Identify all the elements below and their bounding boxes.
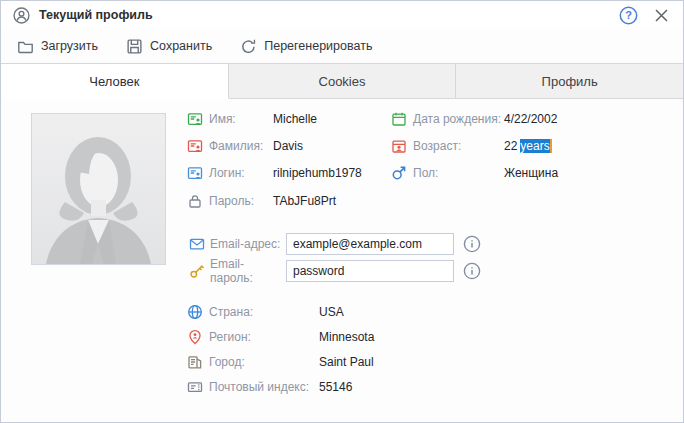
field-age: Возраст: 22years <box>391 136 552 156</box>
birthdate-value: 4/22/2002 <box>504 112 557 126</box>
lock-icon <box>187 193 203 209</box>
tab-cookies[interactable]: Cookies <box>229 64 457 99</box>
age-value[interactable]: 22years <box>504 139 552 153</box>
toolbar: Загрузить Сохранить Перегенерировать <box>1 29 683 63</box>
close-icon[interactable] <box>654 8 669 23</box>
postal-code-value: 55146 <box>319 380 352 394</box>
postal-index-icon <box>187 379 203 395</box>
avatar <box>31 113 166 265</box>
name-value: Michelle <box>273 112 317 126</box>
field-email: Email-адрес: <box>189 233 481 255</box>
selected-text: years <box>520 139 551 153</box>
key-icon <box>189 263 205 279</box>
tab-bar: Человек Cookies Профиль <box>1 63 683 99</box>
field-region: Регион: Minnesota <box>187 327 374 347</box>
email-password-info-icon[interactable] <box>463 262 481 280</box>
id-card-red-icon <box>187 138 203 154</box>
globe-icon <box>187 304 203 320</box>
refresh-icon <box>240 38 257 55</box>
field-gender: Пол: Женщина <box>391 163 558 183</box>
save-button[interactable]: Сохранить <box>122 35 216 58</box>
regenerate-button[interactable]: Перегенерировать <box>236 35 376 58</box>
load-button[interactable]: Загрузить <box>13 35 102 58</box>
field-city: Город: Saint Paul <box>187 352 374 372</box>
tab-profile[interactable]: Профиль <box>456 64 683 99</box>
gender-value: Женщина <box>504 166 558 180</box>
surname-value: Davis <box>273 139 303 153</box>
map-pin-icon <box>187 329 203 345</box>
folder-icon <box>17 38 34 55</box>
title-bar: Текущий профиль ? <box>1 1 683 30</box>
region-value: Minnesota <box>319 330 374 344</box>
envelope-icon <box>189 236 205 252</box>
id-card-blue-icon <box>187 165 203 181</box>
tab-person[interactable]: Человек <box>1 64 229 99</box>
field-password: Пароль: TAbJFu8Prt <box>187 191 336 211</box>
help-icon[interactable]: ? <box>619 6 638 25</box>
current-profile-dialog: Текущий профиль ? Загрузить <box>0 0 684 423</box>
id-card-green-icon <box>187 111 203 127</box>
field-country: Страна: USA <box>187 302 344 322</box>
male-symbol-icon <box>391 165 407 181</box>
email-input[interactable] <box>286 233 454 255</box>
city-value: Saint Paul <box>319 355 374 369</box>
country-value: USA <box>319 305 344 319</box>
email-password-input[interactable] <box>286 260 454 282</box>
calendar-green-icon <box>391 111 407 127</box>
save-icon <box>126 38 143 55</box>
field-name: Имя: Michelle <box>187 109 317 129</box>
field-login: Логин: rilnipehumb1978 <box>187 163 362 183</box>
svg-text:?: ? <box>625 9 632 21</box>
profile-person-icon <box>13 7 30 24</box>
password-value: TAbJFu8Prt <box>273 194 336 208</box>
calendar-person-red-icon <box>391 138 407 154</box>
field-email-password: Email-пароль: <box>189 260 481 282</box>
login-value: rilnipehumb1978 <box>273 166 362 180</box>
field-surname: Фамилия: Davis <box>187 136 303 156</box>
dialog-title: Текущий профиль <box>39 8 153 22</box>
person-tab-content: Имя: Michelle Фамилия: Davis <box>1 99 683 422</box>
email-info-icon[interactable] <box>463 235 481 253</box>
field-postal-code: Почтовый индекс: 55146 <box>187 377 352 397</box>
city-icon <box>187 354 203 370</box>
field-birthdate: Дата рождения: 4/22/2002 <box>391 109 557 129</box>
